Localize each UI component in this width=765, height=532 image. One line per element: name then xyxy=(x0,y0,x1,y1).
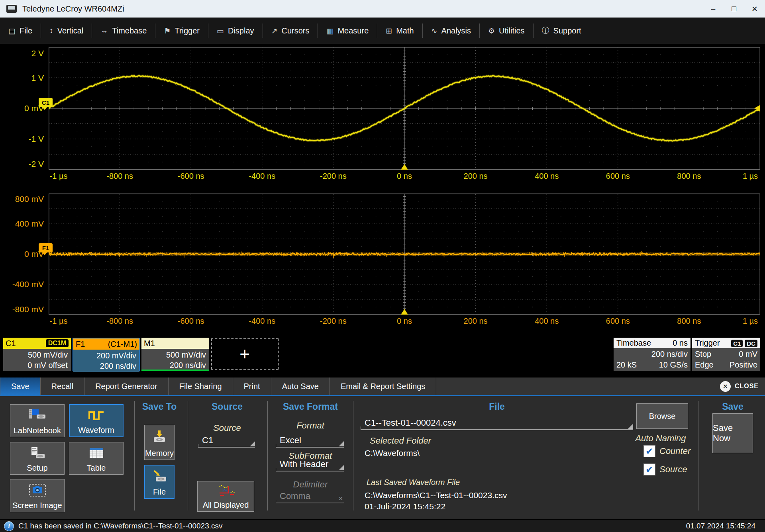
x-tick: -600 ns xyxy=(178,317,204,326)
menu-label: Trigger xyxy=(175,26,200,35)
minimize-button[interactable]: – xyxy=(703,0,724,18)
add-trace-button[interactable]: + xyxy=(211,338,279,370)
y-axis-label: 0 mV xyxy=(2,249,44,259)
tools-icon: ⚙ xyxy=(488,26,495,35)
menu-trigger[interactable]: ⚑Trigger xyxy=(155,18,208,44)
menu-file[interactable]: ▤File xyxy=(0,18,41,44)
status-message: C1 has been saved in C:\Waveforms\C1--Te… xyxy=(18,522,223,530)
camera-icon xyxy=(28,479,47,501)
menu-utilities[interactable]: ⚙Utilities xyxy=(480,18,533,44)
waveform-display-f1[interactable] xyxy=(49,194,760,315)
trigger-summary-box[interactable]: TriggerC1DC Stop0 mV EdgePositive xyxy=(692,338,760,371)
source-select[interactable]: C1 xyxy=(198,433,255,448)
menu-math[interactable]: ⊞Math xyxy=(377,18,422,44)
menu-display[interactable]: ▭Display xyxy=(208,18,263,44)
last-saved-time: 01-Juli-2024 15:45:22 xyxy=(365,502,445,511)
coupling-badge: DC1M xyxy=(46,339,69,347)
source-checkbox-label: Source xyxy=(659,464,687,475)
x-tick: 800 ns xyxy=(677,317,701,326)
tab-recall[interactable]: Recall xyxy=(41,377,85,395)
setup-button[interactable]: Setup xyxy=(10,442,65,475)
tab-save[interactable]: Save xyxy=(0,377,41,395)
tab-email-report-settings[interactable]: Email & Report Settings xyxy=(330,377,436,395)
x-tick: 600 ns xyxy=(606,172,630,181)
timebase-summary-box[interactable]: Timebase0 ns 200 ns/div 20 kS10 GS/s xyxy=(614,338,690,371)
all-displayed-button[interactable]: All Displayed xyxy=(197,481,254,512)
menu-support[interactable]: ⓘSupport xyxy=(534,18,590,44)
menu-analysis[interactable]: ∿Analysis xyxy=(423,18,479,44)
channel-descriptor-m1[interactable]: M1 500 mV/div200 ns/div xyxy=(141,338,209,371)
dialog-close-button[interactable]: ✕ CLOSE xyxy=(720,377,759,395)
selected-folder-path: C:\Waveforms\ xyxy=(365,448,420,458)
format-select[interactable]: Excel xyxy=(276,433,344,448)
filename-input[interactable]: C1--Test-01--00024.csv xyxy=(361,416,633,430)
dialog-tab-bar: Save Recall Report Generator File Sharin… xyxy=(0,377,765,395)
file-icon: ▤ xyxy=(8,26,16,35)
menu-label: Vertical xyxy=(57,26,84,35)
y-axis-label: 800 mV xyxy=(2,194,44,204)
waveform-display-c1[interactable] xyxy=(49,47,760,170)
menu-vertical[interactable]: ↕Vertical xyxy=(41,18,92,44)
source-checkbox-row[interactable]: ✔ Source xyxy=(643,464,687,475)
cursor-arrow-icon: ↗ xyxy=(271,26,278,35)
flag-icon: ⚑ xyxy=(164,26,171,35)
tab-file-sharing[interactable]: File Sharing xyxy=(169,377,233,395)
subformat-select[interactable]: With Header xyxy=(276,457,344,471)
table-button[interactable]: Table xyxy=(69,442,124,475)
file-label: File xyxy=(153,487,166,497)
tdiv-value: 200 ns/div xyxy=(100,361,136,371)
last-saved-path: C:\Waveforms\C1--Test-01--00023.csv xyxy=(365,491,507,500)
tab-report-generator[interactable]: Report Generator xyxy=(84,377,169,395)
tab-print[interactable]: Print xyxy=(233,377,271,395)
selected-folder-label: Selected Folder xyxy=(370,436,431,446)
screen-image-button[interactable]: Screen Image xyxy=(10,479,65,512)
vdiv-value: 200 mV/div xyxy=(96,350,136,361)
close-button[interactable]: ✕ xyxy=(744,0,765,18)
labnotebook-button[interactable]: LabNotebook xyxy=(10,404,65,437)
setup-icon xyxy=(28,442,47,464)
tab-auto-save[interactable]: Auto Save xyxy=(271,377,330,395)
trigger-level-marker[interactable] xyxy=(754,105,760,111)
x-tick: 0 ns xyxy=(397,317,412,326)
channel-marker-f1[interactable]: F1 xyxy=(39,243,53,252)
y-axis-label: 400 mV xyxy=(2,219,44,229)
channel-descriptor-f1[interactable]: F1(C1-M1) 200 mV/div200 ns/div xyxy=(73,338,140,371)
vertical-arrows-icon: ↕ xyxy=(49,26,53,35)
auto-naming-label: Auto Naming xyxy=(633,433,688,444)
file-disk-icon xyxy=(151,465,167,487)
last-saved-label: Last Saved Waveform File xyxy=(367,478,460,487)
maximize-button[interactable]: □ xyxy=(724,0,744,18)
waveform-button[interactable]: Waveform xyxy=(69,404,124,437)
channel-descriptor-c1[interactable]: C1DC1M 500 mV/div0 mV offset xyxy=(3,338,71,371)
trigger-slope: Positive xyxy=(730,360,757,370)
check-icon: ✔ xyxy=(645,465,653,474)
menu-cursors[interactable]: ↗Cursors xyxy=(263,18,318,44)
timebase-delay: 0 ns xyxy=(673,338,688,348)
info-icon: i xyxy=(4,521,14,531)
menu-measure[interactable]: ▥Measure xyxy=(318,18,377,44)
disabled-clear-icon: ✕ xyxy=(338,495,343,502)
counter-checkbox[interactable]: ✔ xyxy=(643,445,655,457)
trigger-time-marker[interactable] xyxy=(401,164,408,170)
format-label: Format xyxy=(275,421,346,431)
save-to-memory-button[interactable]: Memory xyxy=(144,425,175,460)
source-value: C1 xyxy=(202,435,213,446)
channel-marker-c1[interactable]: C1 xyxy=(39,98,53,107)
setup-label: Setup xyxy=(27,464,47,473)
counter-checkbox-row[interactable]: ✔ Counter xyxy=(643,445,690,457)
save-to-file-button[interactable]: File xyxy=(144,465,175,499)
y-axis-label: 1 V xyxy=(2,73,44,83)
save-now-button[interactable]: Save Now xyxy=(712,413,753,453)
source-checkbox[interactable]: ✔ xyxy=(643,464,655,475)
trigger-time-marker[interactable] xyxy=(401,309,408,315)
x-tick: 400 ns xyxy=(535,172,559,181)
x-tick: -1 µs xyxy=(50,317,68,326)
tdiv-value: 200 ns/div xyxy=(170,360,206,370)
dropdown-triangle-icon xyxy=(339,441,344,446)
vdiv-value: 500 mV/div xyxy=(166,350,206,360)
menu-label: Cursors xyxy=(281,26,309,35)
section-divider xyxy=(267,401,268,510)
menu-timebase[interactable]: ↔Timebase xyxy=(92,18,155,44)
browse-button[interactable]: Browse xyxy=(636,403,688,429)
x-tick: -400 ns xyxy=(249,317,275,326)
